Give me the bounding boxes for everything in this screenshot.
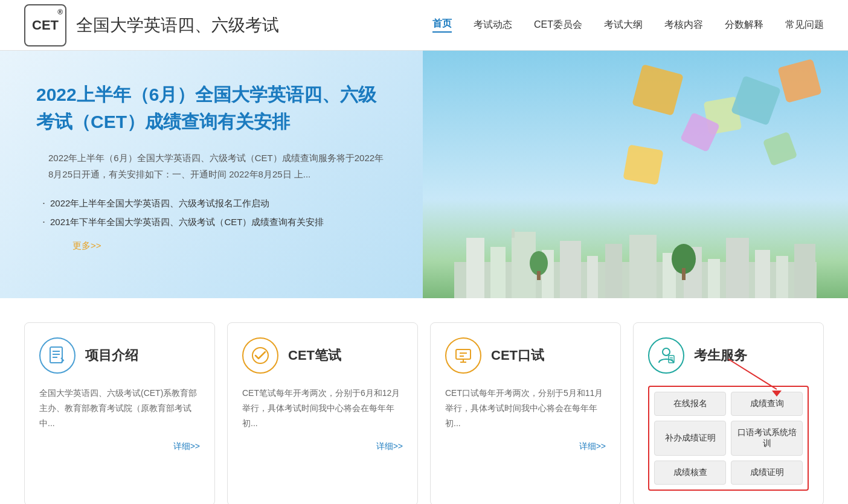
- card-project: 项目介绍 全国大学英语四、六级考试(CET)系教育部主办、教育部教育考试院（原教…: [24, 322, 215, 504]
- svg-rect-20: [682, 268, 686, 280]
- svg-rect-4: [512, 229, 515, 238]
- nav-score-explain[interactable]: 分数解释: [725, 19, 763, 31]
- btn-score-cert[interactable]: 成绩证明: [731, 461, 803, 485]
- logo-area: CET 全国大学英语四、六级考试: [24, 4, 279, 46]
- card-written-link[interactable]: 详细>>: [242, 441, 403, 452]
- svg-point-31: [663, 348, 670, 356]
- card-project-title: 项目介绍: [85, 346, 138, 365]
- svg-rect-14: [755, 250, 770, 298]
- svg-rect-16: [794, 244, 815, 298]
- card-oral-title: CET口试: [491, 346, 544, 365]
- hero-content: 2022上半年（6月）全国大学英语四、六级考试（CET）成绩查询有关安排 202…: [0, 51, 423, 298]
- cards-section: 项目介绍 全国大学英语四、六级考试(CET)系教育部主办、教育部教育考试院（原教…: [0, 298, 848, 504]
- news-item-2[interactable]: 2021年下半年全国大学英语四、六级考试（CET）成绩查询有关安排: [36, 215, 387, 228]
- hero-illustration: [423, 51, 848, 298]
- btn-score-verify[interactable]: 成绩核查: [654, 461, 726, 485]
- nav-menu: 首页 考试动态 CET委员会 考试大纲 考核内容 分数解释 常见问题: [432, 18, 824, 33]
- card-oral-body: CET口试每年开考两次，分别于5月和11月举行，具体考试时间我中心将会在每年年初…: [445, 386, 606, 432]
- btn-score-query[interactable]: 成绩查询: [731, 392, 803, 416]
- news-item-1[interactable]: 2022年上半年全国大学英语四、六级考试报名工作启动: [36, 197, 387, 209]
- floating-cube-7: [623, 144, 663, 185]
- service-icon: [648, 337, 684, 374]
- card-project-link[interactable]: 详细>>: [39, 441, 200, 452]
- nav-faq[interactable]: 常见问题: [785, 19, 824, 31]
- logo-text: CET: [32, 18, 59, 33]
- hero-title: 2022上半年（6月）全国大学英语四、六级考试（CET）成绩查询有关安排: [36, 81, 387, 135]
- card-written-body: CET笔试每年开考两次，分别于6月和12月举行，具体考试时间我中心将会在每年年初…: [242, 386, 403, 432]
- card-written-header: CET笔试: [242, 337, 403, 374]
- card-written: CET笔试 CET笔试每年开考两次，分别于6月和12月举行，具体考试时间我中心将…: [227, 322, 418, 504]
- btn-reissue-cert[interactable]: 补办成绩证明: [654, 421, 726, 456]
- svg-rect-8: [605, 244, 622, 298]
- written-icon: [242, 337, 278, 374]
- service-card-title: 考生服务: [694, 346, 747, 365]
- svg-rect-18: [537, 271, 541, 280]
- svg-rect-15: [776, 256, 788, 298]
- project-icon: [39, 337, 75, 374]
- svg-rect-6: [560, 241, 581, 298]
- card-oral: CET口试 CET口试每年开考两次，分别于5月和11月举行，具体考试时间我中心将…: [430, 322, 621, 504]
- card-oral-header: CET口试: [445, 337, 606, 374]
- card-project-header: 项目介绍: [39, 337, 200, 374]
- svg-rect-1: [466, 238, 484, 298]
- btn-oral-training[interactable]: 口语考试系统培训: [731, 421, 803, 456]
- btn-online-register[interactable]: 在线报名: [654, 392, 726, 416]
- hero-description: 2022年上半年（6月）全国大学英语四、六级考试（CET）成绩查询服务将于202…: [36, 150, 387, 182]
- nav-assessment[interactable]: 考核内容: [664, 19, 703, 31]
- nav-syllabus[interactable]: 考试大纲: [604, 19, 643, 31]
- svg-rect-13: [726, 238, 749, 298]
- site-title: 全国大学英语四、六级考试: [76, 14, 279, 37]
- card-project-body: 全国大学英语四、六级考试(CET)系教育部主办、教育部教育考试院（原教育部考试中…: [39, 386, 200, 432]
- hero-banner: 2022上半年（6月）全国大学英语四、六级考试（CET）成绩查询有关安排 202…: [0, 51, 848, 298]
- svg-rect-12: [708, 259, 720, 298]
- nav-home[interactable]: 首页: [432, 18, 452, 33]
- nav-committee[interactable]: CET委员会: [534, 19, 582, 31]
- card-oral-link[interactable]: 详细>>: [445, 441, 606, 452]
- header: CET 全国大学英语四、六级考试 首页 考试动态 CET委员会 考试大纲 考核内…: [0, 0, 848, 51]
- card-written-title: CET笔试: [288, 346, 341, 365]
- card-service: 考生服务 在线报名 成绩查询 补办成绩证明 口语考试系统培训 成绩核查 成绩证明: [633, 322, 824, 504]
- service-buttons-grid: 在线报名 成绩查询 补办成绩证明 口语考试系统培训 成绩核查 成绩证明: [648, 386, 809, 491]
- svg-rect-9: [629, 235, 657, 298]
- svg-rect-26: [456, 349, 471, 359]
- hero-news-list: 2022年上半年全国大学英语四、六级考试报名工作启动 2021年下半年全国大学英…: [36, 197, 387, 228]
- svg-rect-7: [587, 256, 598, 298]
- svg-rect-2: [490, 247, 506, 298]
- oral-icon: [445, 337, 481, 374]
- nav-exam-news[interactable]: 考试动态: [474, 19, 512, 31]
- more-link[interactable]: 更多>>: [72, 240, 101, 250]
- service-card-header: 考生服务: [648, 337, 809, 374]
- city-svg: [423, 226, 848, 298]
- cet-logo: CET: [24, 4, 66, 46]
